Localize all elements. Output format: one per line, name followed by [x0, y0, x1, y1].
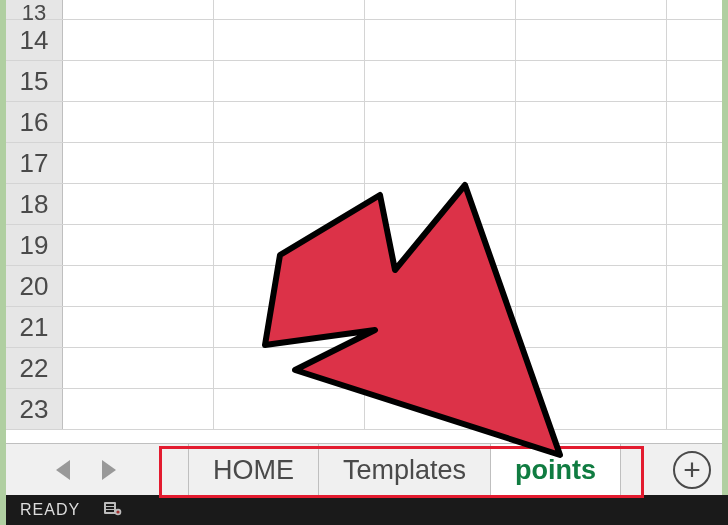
cell[interactable]: [365, 266, 516, 306]
row-header[interactable]: 23: [6, 389, 63, 429]
grid-row[interactable]: 17: [6, 143, 722, 184]
grid-row[interactable]: 14: [6, 20, 722, 61]
row-header[interactable]: 20: [6, 266, 63, 306]
row-number: 20: [20, 271, 49, 302]
row-header[interactable]: 19: [6, 225, 63, 265]
add-sheet-button[interactable]: +: [662, 444, 722, 496]
sheet-tab-templates[interactable]: Templates: [319, 444, 491, 496]
cell[interactable]: [63, 348, 214, 388]
grid-row[interactable]: 18: [6, 184, 722, 225]
row-header[interactable]: 17: [6, 143, 63, 183]
cell[interactable]: [63, 61, 214, 101]
macro-record-icon[interactable]: [104, 500, 122, 520]
grid-row[interactable]: 22: [6, 348, 722, 389]
sheet-tab-home[interactable]: HOME: [188, 444, 319, 496]
row-header[interactable]: 14: [6, 20, 63, 60]
cell[interactable]: [667, 143, 722, 183]
row-number: 22: [20, 353, 49, 384]
row-header[interactable]: 16: [6, 102, 63, 142]
cell[interactable]: [667, 61, 722, 101]
cell[interactable]: [214, 0, 365, 19]
cell[interactable]: [365, 102, 516, 142]
grid-row[interactable]: 23: [6, 389, 722, 430]
cell[interactable]: [214, 20, 365, 60]
cell[interactable]: [63, 184, 214, 224]
cell[interactable]: [63, 225, 214, 265]
row-header[interactable]: 13: [6, 0, 63, 19]
cell[interactable]: [214, 266, 365, 306]
cell[interactable]: [63, 102, 214, 142]
status-text: READY: [20, 501, 80, 519]
cell[interactable]: [667, 225, 722, 265]
row-number: 19: [20, 230, 49, 261]
cell[interactable]: [516, 348, 667, 388]
cell[interactable]: [63, 20, 214, 60]
cell[interactable]: [63, 389, 214, 429]
sheet-nav-arrows: [6, 444, 146, 496]
cell[interactable]: [667, 348, 722, 388]
cell[interactable]: [214, 348, 365, 388]
row-header[interactable]: 21: [6, 307, 63, 347]
cell[interactable]: [516, 184, 667, 224]
sheet-tab-label: HOME: [213, 455, 294, 486]
cell[interactable]: [667, 0, 722, 19]
cell[interactable]: [667, 102, 722, 142]
cell[interactable]: [214, 389, 365, 429]
spreadsheet-grid[interactable]: 13 14 15 16 17 18 19: [6, 0, 722, 443]
sheet-tab-points[interactable]: points: [491, 444, 621, 496]
grid-row[interactable]: 21: [6, 307, 722, 348]
svg-rect-3: [106, 510, 114, 512]
cell[interactable]: [63, 307, 214, 347]
cell[interactable]: [516, 143, 667, 183]
cell[interactable]: [214, 61, 365, 101]
cell[interactable]: [516, 389, 667, 429]
cell[interactable]: [365, 143, 516, 183]
row-number: 17: [20, 148, 49, 179]
grid-row[interactable]: 13: [6, 0, 722, 20]
grid-row[interactable]: 19: [6, 225, 722, 266]
row-header[interactable]: 15: [6, 61, 63, 101]
cell[interactable]: [365, 348, 516, 388]
cell[interactable]: [516, 307, 667, 347]
cell[interactable]: [214, 307, 365, 347]
cell[interactable]: [516, 225, 667, 265]
cell[interactable]: [667, 20, 722, 60]
cell[interactable]: [667, 307, 722, 347]
cell[interactable]: [365, 184, 516, 224]
cell[interactable]: [63, 266, 214, 306]
cell[interactable]: [365, 0, 516, 19]
cell[interactable]: [516, 0, 667, 19]
cell[interactable]: [365, 20, 516, 60]
grid-row[interactable]: 16: [6, 102, 722, 143]
cell[interactable]: [214, 184, 365, 224]
cell[interactable]: [516, 266, 667, 306]
sheet-tab-strip: HOME Templates points +: [6, 443, 722, 496]
row-number: 15: [20, 66, 49, 97]
cell[interactable]: [365, 225, 516, 265]
cell[interactable]: [214, 143, 365, 183]
excel-window: 13 14 15 16 17 18 19: [6, 0, 722, 525]
cell[interactable]: [667, 266, 722, 306]
cell[interactable]: [516, 20, 667, 60]
sheet-tabs: HOME Templates points: [188, 444, 621, 496]
grid-row[interactable]: 15: [6, 61, 722, 102]
sheet-nav-next-icon[interactable]: [102, 460, 116, 480]
cell[interactable]: [214, 102, 365, 142]
cell[interactable]: [516, 102, 667, 142]
row-header[interactable]: 18: [6, 184, 63, 224]
plus-icon: +: [673, 451, 711, 489]
cell[interactable]: [365, 307, 516, 347]
cell[interactable]: [63, 143, 214, 183]
cell[interactable]: [365, 389, 516, 429]
cell[interactable]: [516, 61, 667, 101]
sheet-nav-prev-icon[interactable]: [56, 460, 70, 480]
status-bar: READY: [6, 495, 728, 525]
grid-row[interactable]: 20: [6, 266, 722, 307]
sheet-tab-label: Templates: [343, 455, 466, 486]
row-header[interactable]: 22: [6, 348, 63, 388]
cell[interactable]: [214, 225, 365, 265]
cell[interactable]: [365, 61, 516, 101]
cell[interactable]: [63, 0, 214, 19]
cell[interactable]: [667, 389, 722, 429]
cell[interactable]: [667, 184, 722, 224]
